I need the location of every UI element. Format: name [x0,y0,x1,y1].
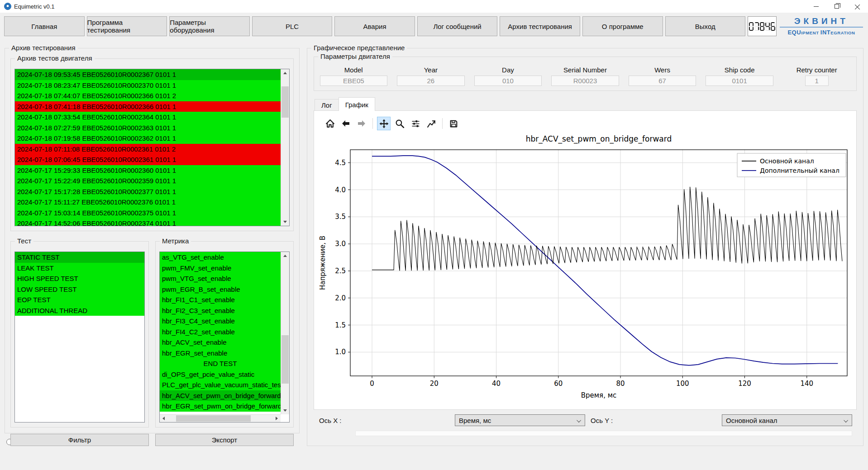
scroll-up-icon[interactable] [281,252,289,260]
metric-item[interactable]: hbr_FI1_C1_set_enable [160,294,281,305]
metric-list[interactable]: as_VTG_set_enablepwm_FMV_set_enablepwm_V… [159,252,290,423]
scrollbar-thumb[interactable] [281,335,289,384]
pan-icon[interactable] [377,117,391,130]
engine-archive-group: Архив тестов двигателя 2024-07-18 09:53:… [10,58,294,231]
archive-row[interactable]: 2024-07-18 07:19:58 EBE0526010R0002362 0… [15,133,281,144]
close-button[interactable] [847,0,868,13]
param-label: Year [424,66,438,74]
back-icon[interactable] [339,117,353,130]
customize-icon[interactable] [424,117,438,130]
nav-button-3[interactable]: Параметры оборудования [169,16,250,36]
archive-row[interactable]: 2024-07-18 07:11:08 EBE0526010R0002361 0… [15,144,281,155]
minimize-button[interactable] [806,0,826,13]
svg-text:40: 40 [492,380,501,388]
archive-row[interactable]: 2024-07-18 09:53:45 EBE0526010R0002367 0… [15,69,281,80]
scroll-left-icon[interactable] [160,415,167,422]
test-item[interactable]: ADDITIONAL THREAD [15,305,144,316]
metric-item[interactable]: as_VTG_set_enable [160,252,281,263]
nav-button-4[interactable]: PLC [252,16,333,36]
window-title: Equimetric v0.1 [14,3,55,10]
param-field-ship-code: Ship code0101 [703,66,777,86]
close-icon [855,4,860,9]
test-item[interactable]: EOP TEST [15,294,144,305]
svg-text:4.5: 4.5 [335,159,346,167]
export-button[interactable]: Экспорт [155,434,294,446]
scrollbar-thumb[interactable] [281,86,289,118]
archive-row[interactable]: 2024-07-18 08:23:47 EBE0526010R0002370 0… [15,80,281,91]
nav-button-7[interactable]: Архив тестирования [500,16,580,36]
metric-item[interactable]: hbr_ACV_set_enable [160,337,281,348]
metric-item[interactable]: hbr_EGR_set_pwm_on_bridge_forward [160,401,281,412]
param-value: 1 [805,76,829,86]
archive-row[interactable]: 2024-07-18 07:44:07 EBE0526010R0002366 0… [15,90,281,101]
archive-list-scrollbar[interactable] [281,69,289,226]
archive-row[interactable]: 2024-07-17 15:29:33 EBE0526010R0002360 0… [15,165,281,176]
archive-row[interactable]: 2024-07-18 07:41:18 EBE0526010R0002366 0… [15,101,281,112]
archive-row[interactable]: 2024-07-18 07:06:45 EBE0526010R0002361 0… [15,154,281,165]
tab-график[interactable]: График [339,97,375,111]
nav-button-9[interactable]: Выход [665,16,746,36]
restore-button[interactable] [826,0,847,13]
forward-icon[interactable] [355,117,368,130]
archive-row[interactable]: 2024-07-17 15:03:14 EBE0526010R0002375 0… [15,208,281,218]
axis-y-select[interactable]: Основной канал [722,414,852,426]
metric-item[interactable]: pwm_FMV_set_enable [160,263,281,274]
restore-icon [835,4,839,9]
scroll-down-icon[interactable] [281,407,289,414]
toolbar-separator [442,118,443,129]
tab-лог[interactable]: Лог [315,99,339,111]
zoom-icon[interactable] [393,117,406,130]
svg-text:60: 60 [554,380,563,388]
archive-row[interactable]: 2024-07-17 15:11:27 EBE0526010R0002376 0… [15,197,281,208]
axis-y-label: Ось Y : [591,417,613,424]
metric-item[interactable]: pwm_VTG_set_enable [160,273,281,284]
subplots-icon[interactable] [409,117,422,130]
param-field-wers: Wers67 [625,66,699,86]
metric-item[interactable]: hbr_FI3_C4_set_enable [160,316,281,327]
param-value: 010 [474,76,542,86]
metric-item[interactable]: pwm_EGR_B_set_enable [160,284,281,295]
scroll-down-icon[interactable] [281,218,289,226]
archive-row[interactable]: 2024-07-17 15:17:28 EBE0526010R0002377 0… [15,186,281,197]
home-icon[interactable] [323,117,337,130]
metric-item[interactable]: PLC_get_plc_value_vacuum_static_test [160,380,281,390]
nav-button-6[interactable]: Лог сообщений [417,16,498,36]
nav-button-1[interactable]: Главная [4,16,85,36]
param-field-serial-number: Serial NumberR00023 [548,66,622,86]
metric-item[interactable]: hbr_ACV_set_pwm_on_bridge_forward [160,390,281,401]
test-item[interactable]: LEAK TEST [15,263,144,274]
status-strip [355,431,852,436]
param-label: Retry counter [796,66,837,74]
scroll-right-icon[interactable] [273,415,281,422]
metric-list-v-scrollbar[interactable] [281,252,289,414]
test-item[interactable]: STATIC TEST [15,252,144,263]
archive-row[interactable]: 2024-07-18 07:27:59 EBE0526010R0002363 0… [15,123,281,133]
archive-row[interactable]: 2024-07-17 14:52:06 EBE0526010R0002374 0… [15,218,281,226]
svg-text:3.0: 3.0 [335,240,346,248]
metric-item[interactable]: di_OPS_get_pcie_value_static [160,369,281,380]
axis-y-value: Основной канал [726,417,777,424]
metric-list-h-scrollbar[interactable] [160,414,281,422]
nav-button-5[interactable]: Авария [334,16,415,36]
archive-row[interactable]: 2024-07-17 15:22:49 EBE0526010R0002359 0… [15,176,281,186]
nav-button-2[interactable]: Программа тестирования [87,16,167,36]
metric-item[interactable]: hbr_EGR_set_enable [160,348,281,359]
svg-text:2.5: 2.5 [335,267,346,275]
nav-button-8[interactable]: О программе [582,16,663,36]
axis-x-select[interactable]: Время, мс [455,414,585,426]
metric-item[interactable]: END TEST [160,358,281,369]
svg-text:80: 80 [616,380,625,388]
test-item[interactable]: HIGH SPEED TEST [15,273,144,284]
scrollbar-thumb[interactable] [176,415,251,422]
archive-testing-group: Архив тестирования Архив тестов двигател… [5,48,300,433]
save-icon[interactable] [447,117,460,130]
test-list[interactable]: STATIC TESTLEAK TESTHIGH SPEED TESTLOW S… [14,252,145,423]
filter-button[interactable]: Фильтр [10,434,149,446]
chart-title: hbr_ACV_set_pwm_on_bridge_forward [526,134,672,144]
test-item[interactable]: LOW SPEED TEST [15,284,144,295]
scroll-up-icon[interactable] [281,69,289,77]
metric-item[interactable]: hbr_FI2_C3_set_enable [160,305,281,316]
metric-item[interactable]: hbr_FI4_C2_set_enable [160,327,281,337]
archive-row[interactable]: 2024-07-18 07:33:54 EBE0526010R0002364 0… [15,112,281,123]
archive-list[interactable]: 2024-07-18 09:53:45 EBE0526010R0002367 0… [14,69,290,226]
